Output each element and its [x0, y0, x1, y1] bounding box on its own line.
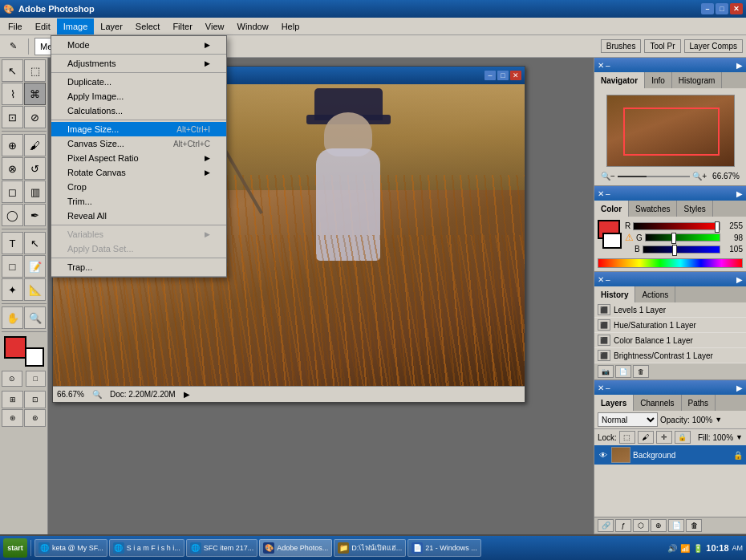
- g-slider[interactable]: [645, 233, 720, 241]
- menu-item-reveal-all[interactable]: Reveal All: [51, 209, 226, 223]
- tool-eyedropper[interactable]: ✦: [2, 278, 23, 301]
- color-header-arrow[interactable]: ▶: [736, 189, 743, 198]
- bg-color-swatch[interactable]: [602, 233, 622, 249]
- tool-shape[interactable]: □: [2, 255, 23, 278]
- brushes-tab[interactable]: Brushes: [601, 39, 642, 53]
- history-item-colorbalance[interactable]: ⬛ Color Balance 1 Layer: [594, 333, 746, 348]
- taskbar-item-photoshop[interactable]: 🎨 Adobe Photos...: [259, 539, 332, 557]
- tool-gradient[interactable]: ▥: [24, 181, 46, 203]
- lock-position-btn[interactable]: ✛: [656, 431, 672, 444]
- tool-stamp[interactable]: ⊗: [2, 157, 23, 180]
- color-close-icon[interactable]: ✕: [598, 189, 604, 198]
- tab-info[interactable]: Info: [645, 72, 672, 88]
- tool-notes[interactable]: 📝: [24, 255, 46, 278]
- layers-collapse-icon[interactable]: –: [606, 383, 610, 392]
- menu-item-canvas-size[interactable]: Canvas Size... Alt+Ctrl+C: [51, 136, 226, 151]
- tool-slice[interactable]: ⊘: [24, 106, 46, 128]
- opacity-arrow[interactable]: ▼: [715, 416, 722, 424]
- menu-window[interactable]: Window: [231, 18, 275, 34]
- new-fill-layer-btn[interactable]: ⊕: [651, 519, 667, 532]
- background-color[interactable]: [25, 347, 44, 367]
- add-style-btn[interactable]: ƒ: [615, 519, 631, 532]
- tool-move[interactable]: ↖: [2, 59, 23, 82]
- history-item-levels[interactable]: ⬛ Levels 1 Layer: [594, 302, 746, 318]
- menu-help[interactable]: Help: [275, 18, 306, 34]
- tool-history-brush[interactable]: ↺: [24, 157, 46, 180]
- lock-all-btn[interactable]: 🔒: [675, 431, 691, 444]
- color-spectrum[interactable]: [598, 258, 743, 268]
- doc-minimize-btn[interactable]: –: [484, 71, 496, 80]
- layers-header-arrow[interactable]: ▶: [736, 383, 743, 392]
- tool-text[interactable]: T: [2, 232, 23, 254]
- tool-presets-tab[interactable]: Tool Pr: [644, 39, 680, 53]
- navigator-collapse-icon[interactable]: –: [606, 61, 610, 70]
- tool-marquee[interactable]: ⬚: [24, 59, 46, 82]
- menu-item-image-size[interactable]: Image Size... Alt+Ctrl+I: [51, 122, 226, 136]
- tool-path-select[interactable]: ↖: [24, 232, 46, 254]
- menu-item-trim[interactable]: Trim...: [51, 194, 226, 209]
- tab-layers[interactable]: Layers: [594, 395, 634, 411]
- screen-mode[interactable]: □: [26, 371, 47, 387]
- layer-background[interactable]: 👁 Background 🔒: [594, 445, 746, 465]
- tool-magic-wand[interactable]: ⌘: [24, 83, 46, 105]
- menu-edit[interactable]: Edit: [29, 18, 57, 34]
- add-mask-btn[interactable]: ⬡: [633, 519, 649, 532]
- taskbar-item-ie3[interactable]: 🌐 SFC item 217...: [186, 539, 258, 557]
- tool-brush[interactable]: 🖌: [24, 134, 46, 156]
- menu-item-mode[interactable]: Mode ▶: [51, 38, 226, 52]
- menu-filter[interactable]: Filter: [166, 18, 198, 34]
- blend-mode-select[interactable]: Normal Multiply Screen: [598, 412, 658, 427]
- minimize-button[interactable]: –: [701, 3, 714, 14]
- link-layers-btn[interactable]: 🔗: [598, 519, 614, 532]
- tool-extra-1[interactable]: ⊞: [2, 391, 23, 408]
- tool-lasso[interactable]: ⌇: [2, 83, 23, 105]
- menu-view[interactable]: View: [199, 18, 231, 34]
- foreground-color[interactable]: [4, 336, 26, 359]
- tab-histogram[interactable]: Histogram: [672, 72, 723, 88]
- tool-zoom[interactable]: 🔍: [24, 306, 46, 329]
- zoom-in-icon[interactable]: 🔍+: [692, 172, 707, 181]
- tool-pen[interactable]: ✒: [24, 204, 46, 226]
- tab-swatches[interactable]: Swatches: [629, 201, 677, 217]
- delete-layer-btn[interactable]: 🗑: [686, 519, 702, 532]
- tool-hand[interactable]: ✋: [2, 306, 23, 329]
- taskbar-item-folder[interactable]: 📁 D:\ไฟน์เปิดแฮ่...: [334, 539, 406, 557]
- color-collapse-icon[interactable]: –: [606, 189, 610, 198]
- tool-measure[interactable]: 📐: [24, 278, 46, 301]
- menu-item-rotate-canvas[interactable]: Rotate Canvas ▶: [51, 165, 226, 180]
- menu-select[interactable]: Select: [129, 18, 167, 34]
- zoom-out-icon[interactable]: 🔍−: [601, 172, 615, 181]
- history-item-hue[interactable]: ⬛ Hue/Saturation 1 Layer: [594, 318, 746, 333]
- navigator-close-icon[interactable]: ✕: [598, 61, 604, 70]
- lock-pixels-btn[interactable]: 🖌: [638, 431, 654, 444]
- doc-close-btn[interactable]: ✕: [510, 71, 521, 80]
- quick-mask-mode[interactable]: ⊙: [2, 371, 22, 387]
- history-collapse-icon[interactable]: –: [606, 275, 610, 284]
- tab-paths[interactable]: Paths: [682, 395, 716, 411]
- menu-image[interactable]: Image: [57, 18, 95, 34]
- tool-extra-4[interactable]: ⊚: [24, 409, 46, 427]
- tool-heal[interactable]: ⊕: [2, 134, 23, 156]
- tool-eraser[interactable]: ◻: [2, 181, 23, 203]
- taskbar-item-windows[interactable]: 📄 21 - Windows ...: [407, 539, 481, 557]
- layers-close-icon[interactable]: ✕: [598, 383, 604, 392]
- taskbar-item-ie1[interactable]: 🌐 keta @ My SF...: [34, 539, 107, 557]
- menu-layer[interactable]: Layer: [94, 18, 129, 34]
- history-item-brightness[interactable]: ⬛ Brightness/Contrast 1 Layer: [594, 348, 746, 363]
- doc-maximize-btn[interactable]: □: [497, 71, 509, 80]
- menu-item-pixel-aspect[interactable]: Pixel Aspect Ratio ▶: [51, 151, 226, 165]
- history-new-snapshot-btn[interactable]: 📷: [598, 365, 614, 378]
- layer-visibility-eye[interactable]: 👁: [598, 449, 609, 461]
- menu-item-adjustments[interactable]: Adjustments ▶: [51, 56, 226, 71]
- tab-navigator[interactable]: Navigator: [594, 72, 645, 88]
- history-header-arrow[interactable]: ▶: [736, 275, 743, 284]
- history-new-doc-btn[interactable]: 📄: [615, 365, 631, 378]
- new-layer-btn[interactable]: 📄: [668, 519, 684, 532]
- menu-item-trap[interactable]: Trap...: [51, 260, 226, 274]
- fill-arrow[interactable]: ▼: [736, 433, 743, 441]
- menu-item-duplicate[interactable]: Duplicate...: [51, 75, 226, 89]
- r-slider[interactable]: [633, 222, 720, 230]
- zoom-slider[interactable]: [618, 176, 690, 177]
- maximize-button[interactable]: □: [716, 3, 728, 14]
- menu-item-apply-image[interactable]: Apply Image...: [51, 89, 226, 103]
